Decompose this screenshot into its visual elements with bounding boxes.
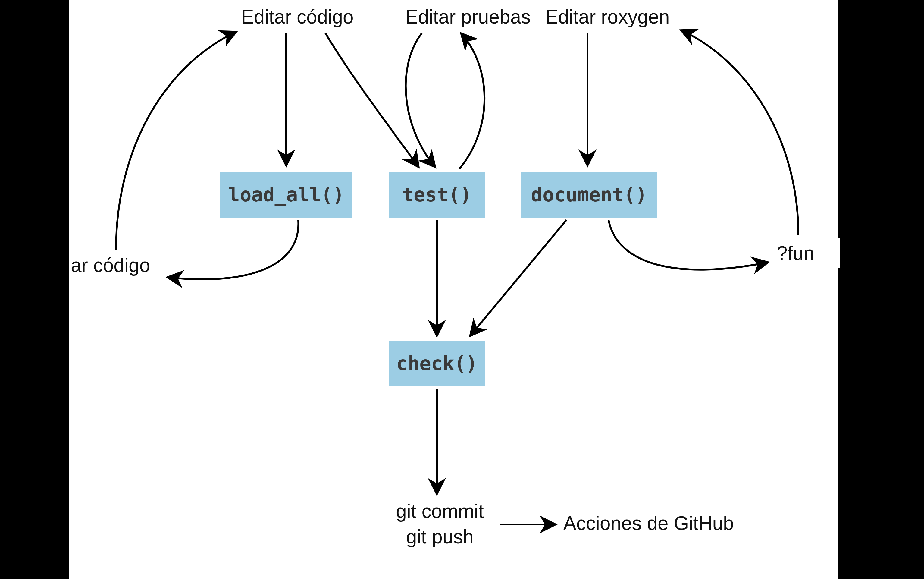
arrow-editcode-to-test [325, 33, 419, 167]
label-fun-help: ?fun [774, 238, 840, 268]
box-check: check() [389, 340, 485, 386]
box-load-all: load_all() [220, 172, 353, 218]
arrow-document-to-fun [609, 220, 768, 270]
arrow-test-to-edittests [459, 33, 485, 169]
page: Editar código Editar pruebas Editar roxy… [0, 0, 924, 579]
label-edit-tests: Editar pruebas [405, 6, 531, 28]
arrow-document-to-check [470, 220, 566, 336]
arrow-runcode-to-editcode [116, 32, 237, 250]
box-document: document() [521, 172, 657, 218]
label-git-commit: git commit [385, 500, 494, 523]
label-git-push: git push [385, 526, 494, 548]
arrow-loadall-to-runcode [167, 220, 298, 280]
arrow-edittests-to-test [406, 33, 435, 167]
label-github-actions: Acciones de GitHub [563, 512, 734, 535]
label-edit-roxygen: Editar roxygen [545, 6, 670, 28]
arrows-layer [69, 0, 837, 579]
label-edit-code: Editar código [241, 6, 354, 28]
box-test: test() [389, 172, 485, 218]
canvas: Editar código Editar pruebas Editar roxy… [69, 0, 837, 579]
arrow-fun-to-editroxygen [681, 30, 798, 235]
label-run-code-fragment: ar código [71, 254, 150, 277]
